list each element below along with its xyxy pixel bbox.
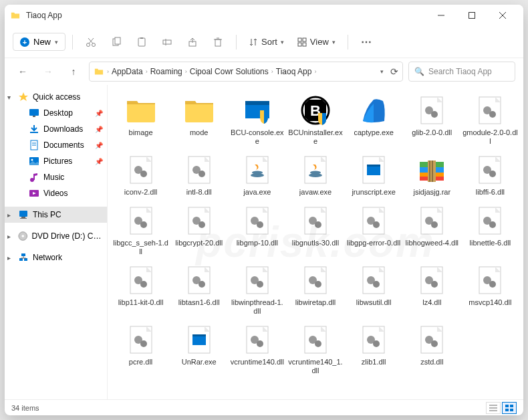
file-item[interactable]: javaw.exe [286,150,344,201]
new-button[interactable]: + New ▾ [13,33,65,51]
refresh-button[interactable]: ⟳ [390,66,398,77]
file-item[interactable]: vcruntime140_1.dll [286,320,344,379]
file-item[interactable]: glib-2.0-0.dll [403,90,461,150]
view-button[interactable]: View ▾ [292,33,341,50]
file-label: libgnutls-30.dll [292,239,339,247]
crumb[interactable]: Cipoal Cowr Solutions [190,67,269,76]
file-item[interactable]: BCUninstaller.exe [286,90,344,150]
paste-button[interactable] [130,31,153,53]
copy-button[interactable] [105,31,128,53]
sidebar-item-downloads[interactable]: Downloads📌 [5,121,107,137]
file-item[interactable]: BCU-console.exe [228,90,286,150]
dll-icon [358,264,390,296]
share-button[interactable] [181,31,204,53]
file-item[interactable]: libwiretap.dll [286,260,344,320]
file-item[interactable]: libgcrypt-20.dll [170,201,228,260]
maximize-button[interactable] [456,5,487,26]
dll-icon [474,154,506,186]
toolbar: + New ▾ Sort ▾ View ▾ ⋯ [5,26,523,58]
svg-point-47 [92,43,96,46]
minimize-button[interactable] [426,5,456,26]
file-item[interactable]: jsidjasjg.rar [403,150,461,201]
file-label: java.exe [243,188,271,197]
file-item[interactable]: zlib1.dll [345,320,403,379]
crumb[interactable]: AppData [112,67,143,76]
file-item[interactable]: vcruntime140.dll [228,320,286,379]
dll-icon [241,264,273,296]
close-button[interactable] [487,5,518,26]
file-item[interactable]: libgcc_s_seh-1.dll [112,201,170,260]
downloads-icon [29,124,39,134]
back-button[interactable]: ← [13,62,33,82]
sidebar-item-pictures[interactable]: Pictures📌 [5,153,107,169]
sidebar-item-documents[interactable]: Documents📌 [5,137,107,153]
breadcrumb[interactable]: › AppData› Roaming› Cipoal Cowr Solution… [89,62,403,82]
file-item[interactable]: bimage [112,90,170,150]
delete-button[interactable] [207,31,229,53]
dll-icon [358,324,390,356]
details-view-button[interactable] [486,402,501,414]
more-button[interactable]: ⋯ [355,31,378,53]
videos-icon [29,188,39,199]
file-item[interactable]: libnettle-6.dll [461,201,519,260]
file-item[interactable]: UnRar.exe [170,320,228,379]
sidebar-item-videos[interactable]: Videos [5,185,107,201]
up-button[interactable]: ↑ [63,62,84,82]
file-item[interactable]: zstd.dll [403,320,461,379]
sidebar-item-music[interactable]: Music [5,169,107,185]
addressbar: ← → ↑ › AppData› Roaming› Cipoal Cowr So… [5,58,523,85]
svg-rect-52 [138,38,145,46]
file-item[interactable]: libwsutil.dll [345,260,403,320]
file-item[interactable]: iconv-2.dll [112,150,170,201]
desktop-icon [29,108,39,118]
file-item[interactable]: java.exe [228,150,286,201]
file-item[interactable]: lz4.dll [403,260,461,320]
dll-icon [125,324,157,356]
sidebar-item-desktop[interactable]: Desktop📌 [5,105,107,121]
window-title: Tiaoq App [26,11,426,20]
dll-icon [241,324,273,356]
cut-button[interactable] [80,31,102,53]
file-item[interactable]: msvcp140.dll [461,260,519,320]
file-item[interactable]: jrunscript.exe [345,150,403,201]
titlebar: Tiaoq App [5,5,523,26]
chevron-down-icon: ▾ [7,94,11,101]
file-label: captype.exe [354,128,393,137]
dll-icon [299,264,332,296]
crumb[interactable]: Tiaoq App [276,67,312,76]
file-item[interactable]: libgmp-10.dll [228,201,286,260]
file-item[interactable]: libhogweed-4.dll [403,201,461,260]
sidebar-dvd[interactable]: ▸ DVD Drive (D:) CCCC [5,228,107,244]
pin-icon: 📌 [95,126,103,133]
rename-button[interactable] [156,31,178,53]
file-item[interactable]: libp11-kit-0.dll [112,260,170,320]
icons-view-button[interactable] [502,402,517,414]
new-label: New [33,37,51,47]
file-item[interactable]: libffi-6.dll [461,150,519,201]
exe-shield-icon [241,94,273,126]
sidebar-this-pc[interactable]: ▸ This PC [5,207,107,223]
sidebar-network[interactable]: ▸ Network [5,249,107,266]
file-item[interactable]: libgnutls-30.dll [286,201,344,260]
file-label: UnRar.exe [182,358,217,366]
search-input[interactable]: 🔍 Search Tiaoq App [408,62,515,82]
file-item[interactable]: pcre.dll [112,320,170,379]
sidebar-quick-access[interactable]: ▾ Quick access [5,89,107,105]
chevron-down-icon[interactable]: ▾ [380,68,384,75]
sort-icon [249,37,258,47]
star-icon [18,92,29,102]
file-item[interactable]: libgpg-error-0.dll [345,201,403,260]
file-item[interactable]: intl-8.dll [170,150,228,201]
file-label: libtasn1-6.dll [178,298,220,307]
file-label: libgcc_s_seh-1.dll [113,239,168,256]
file-item[interactable]: gmodule-2.0-0.dll [461,90,519,150]
sort-button[interactable]: Sort ▾ [243,33,289,50]
file-item[interactable]: mode [170,90,228,150]
file-item[interactable]: libwinpthread-1.dll [228,260,286,320]
forward-button[interactable]: → [38,62,58,82]
file-label: libgmp-10.dll [237,239,278,247]
svg-rect-69 [505,409,509,411]
crumb[interactable]: Roaming [150,67,182,76]
file-item[interactable]: captype.exe [345,90,403,150]
file-item[interactable]: libtasn1-6.dll [170,260,228,320]
